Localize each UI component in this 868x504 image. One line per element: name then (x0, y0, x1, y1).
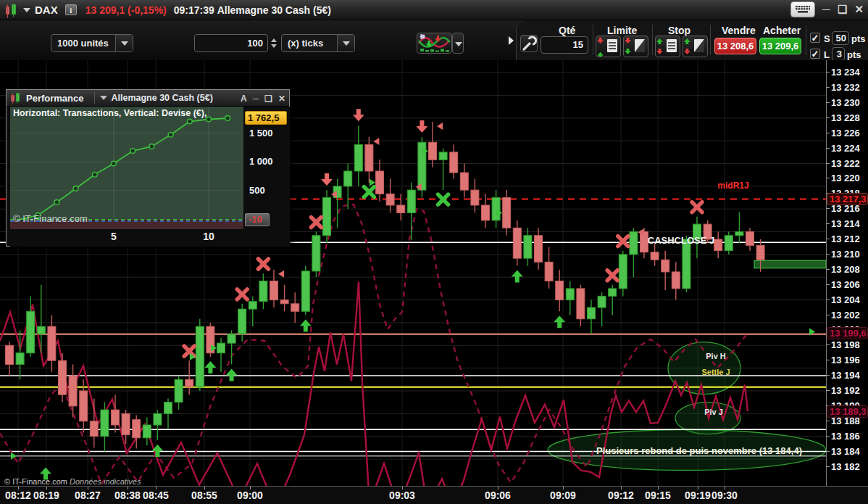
buy-button[interactable]: 13 209,6 (759, 38, 801, 54)
equity-point (54, 200, 59, 205)
chevron-down-icon[interactable] (23, 8, 30, 12)
chart-style-button[interactable] (417, 33, 452, 54)
candle (249, 302, 256, 309)
candle (545, 262, 553, 281)
red-x-marker (618, 236, 628, 247)
chevron-down-icon (455, 42, 462, 46)
time-axis-label: 08:45 (143, 489, 169, 501)
chart-annotation: Piv J (704, 408, 723, 416)
limit-buy-order-button[interactable] (623, 36, 648, 57)
order-settings-button[interactable] (520, 35, 538, 52)
price-axis-label: 13 208 (831, 264, 860, 275)
candle (609, 289, 617, 296)
candle (619, 255, 627, 289)
ticks-count-stepper[interactable] (270, 34, 278, 52)
stop-loss-unit: pts (851, 33, 866, 44)
candle (566, 289, 574, 300)
sell-button[interactable]: 13 208,6 (714, 38, 756, 54)
price-axis-label: 13 192 (831, 385, 860, 396)
chart-annotation: Settle J (701, 368, 730, 376)
minimize-button[interactable]: ─ (822, 1, 830, 17)
chart-annotation: CASHCLOSE J (648, 235, 714, 246)
candle (556, 281, 564, 299)
perf-axis-label: 1 000 (249, 156, 273, 167)
candle (90, 421, 98, 437)
performance-plot[interactable]: Horizontal: Transactions, Vertical: Devi… (10, 107, 243, 229)
candle (37, 326, 45, 334)
title-bar: DAX i 13 209,1 (-0,15%) 09:17:39 Allemag… (0, 0, 868, 20)
time-axis-label: 09:15 (645, 489, 671, 501)
candle (386, 194, 394, 205)
symbol-label: DAX (35, 4, 58, 16)
price-axis-label: 13 212 (831, 234, 860, 244)
chevron-down-icon[interactable] (337, 35, 354, 51)
red-x-marker (692, 202, 702, 212)
candlestick-icon (6, 4, 17, 17)
keyboard-icon[interactable] (790, 1, 815, 17)
candle (513, 228, 521, 258)
chart-annotation: Plusieurs rebond de puis novembre (13 18… (596, 445, 802, 456)
stop-loss-pts-input[interactable]: 50 (832, 31, 849, 45)
candle (228, 334, 235, 344)
candle (524, 236, 532, 258)
equity-point (149, 144, 154, 149)
equity-curve-svg (10, 107, 243, 229)
chevron-down-icon[interactable] (115, 35, 133, 51)
equity-point (92, 172, 97, 177)
time-axis-label: 09:19 (685, 489, 711, 501)
qty-input[interactable]: 15 (541, 36, 588, 54)
time-axis-label: 09:06 (485, 489, 511, 501)
candle (238, 309, 246, 334)
timeframe-combo[interactable]: (x) ticks (281, 34, 355, 52)
performance-window-title: Performance (26, 93, 83, 104)
stop-buy-order-button[interactable] (683, 36, 708, 57)
limit-sell-order-button[interactable] (596, 36, 621, 57)
perf-close-button[interactable]: ✕ (278, 94, 285, 104)
candle (217, 343, 225, 353)
info-icon[interactable]: i (65, 4, 77, 15)
performance-window-titlebar[interactable]: Performance Allemagne 30 Cash (5€) A ─ ❑… (7, 90, 289, 107)
stop-loss-checkbox[interactable]: ✓ (810, 33, 820, 43)
qty-label: Qté (559, 25, 575, 36)
candle (312, 236, 320, 271)
limit-profit-unit: pts (847, 49, 861, 60)
last-price-change: 13 209,1 (-0,15%) (85, 4, 167, 16)
price-axis-label: 13 234 (831, 67, 860, 78)
close-button[interactable]: ✕ (854, 1, 864, 17)
perf-minimize-button[interactable]: ─ (253, 94, 259, 104)
time-axis-label: 09:03 (389, 489, 415, 501)
perf-maximize-button[interactable]: ❑ (264, 94, 272, 104)
time-axis-label: 09:00 (237, 489, 263, 501)
units-combo[interactable]: 1000 unités (51, 34, 133, 52)
chart-annotation: midR1J (717, 181, 748, 191)
time-axis-label: 08:19 (33, 489, 59, 501)
candle (725, 236, 733, 251)
price-axis[interactable]: 13 23413 23213 23013 22813 22613 22413 2… (826, 60, 868, 486)
time-axis-label: 08:12 (5, 489, 31, 501)
time-axis-label: 08:27 (75, 489, 101, 501)
chevron-down-icon[interactable] (100, 96, 107, 100)
red-x-marker (607, 270, 617, 281)
chart-style-dropdown[interactable] (452, 33, 464, 54)
limit-profit-letter: L (824, 49, 830, 60)
buy-signal-arrow-icon (204, 361, 216, 373)
performance-instrument: Allemagne 30 Cash (5€) (111, 93, 212, 103)
maximize-button[interactable]: ❑ (838, 1, 847, 17)
equity-point (73, 186, 78, 191)
panel-collapse-arrow[interactable] (509, 36, 514, 45)
window-controls: ─ ❑ ✕ (790, 1, 864, 17)
price-axis-label: 13 224 (831, 143, 860, 154)
candle (535, 236, 543, 263)
price-tag: 13 189,3 (827, 405, 868, 418)
candle (280, 300, 288, 304)
time-axis[interactable]: 08:1208:1908:2708:3808:4508:5509:0009:03… (0, 486, 868, 504)
red-triangle-marker (437, 123, 443, 130)
limit-profit-checkbox[interactable]: ✓ (810, 49, 820, 59)
perf-extra-button[interactable]: A (241, 94, 247, 104)
ticks-count-input[interactable]: 100 (194, 34, 268, 52)
candle (630, 232, 638, 255)
limit-profit-pts-input[interactable]: 3 (832, 47, 845, 61)
stop-sell-order-button[interactable] (655, 36, 680, 57)
candle (101, 410, 109, 437)
time-axis-label: 09:12 (608, 489, 634, 501)
